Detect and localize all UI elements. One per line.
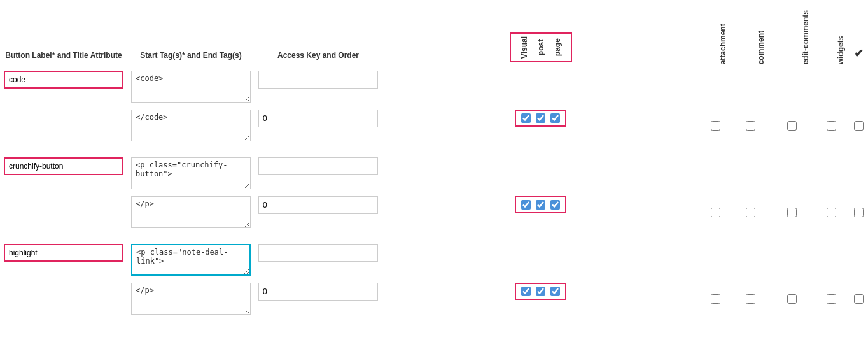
table-row: <p class="note-deal-link">: [0, 238, 868, 280]
edit_comments-empty-highlight: [769, 238, 814, 280]
table-row-2: </p>: [0, 280, 868, 319]
header-visual: Visual: [516, 34, 533, 61]
header-post: post: [533, 34, 549, 61]
checkbox-visual-code[interactable]: [521, 113, 531, 123]
label-input-code[interactable]: [4, 71, 123, 89]
checkbox-checkmark-code[interactable]: [854, 121, 864, 131]
end-tag-textarea-code[interactable]: </code>: [131, 110, 251, 141]
checkbox-comment-crunchify-button[interactable]: [746, 208, 755, 217]
widgets-empty-code: [814, 67, 849, 107]
checkbox-post-code[interactable]: [536, 113, 545, 123]
end-tag-cell-code: </code>: [127, 107, 255, 146]
end-tag-textarea-crunchify-button[interactable]: </p>: [131, 196, 251, 228]
header-widgets: widgets: [814, 6, 849, 67]
checkbox-comment-highlight[interactable]: [746, 294, 755, 304]
order-input-crunchify-button[interactable]: [258, 196, 378, 214]
comment-cell-code: [731, 107, 769, 146]
post-empty-highlight: [487, 238, 593, 280]
checkbox-attachment-highlight[interactable]: [711, 294, 720, 304]
checkbox-widgets-highlight[interactable]: [827, 294, 836, 304]
checkmark-cell-highlight: [849, 280, 868, 319]
edit_comments-cell-highlight: [769, 280, 814, 319]
visual-post-page-checkboxes-highlight: [382, 280, 699, 319]
checkbox-visual-crunchify-button[interactable]: [521, 200, 531, 210]
header-edit-comments: edit-comments: [769, 6, 814, 67]
widgets-cell-code: [814, 107, 849, 146]
widgets-cell-highlight: [814, 280, 849, 319]
order-input-code[interactable]: [258, 110, 378, 127]
end-tag-cell-crunchify-button: </p>: [127, 194, 255, 232]
label-cell-crunchify-button: [0, 151, 127, 232]
checkbox-attachment-code[interactable]: [711, 121, 720, 131]
end-tag-cell-highlight: </p>: [127, 280, 255, 319]
attachment-empty-crunchify-button: [699, 151, 731, 194]
checkbox-comment-code[interactable]: [746, 121, 755, 131]
start-tag-textarea-highlight[interactable]: <p class="note-deal-link">: [131, 244, 251, 276]
table-row: <code>: [0, 67, 868, 107]
access-key-cell-highlight: [255, 238, 382, 280]
start-tag-cell-highlight: <p class="note-deal-link">: [127, 238, 255, 280]
checkbox-widgets-code[interactable]: [827, 121, 836, 131]
start-tag-textarea-code[interactable]: <code>: [131, 71, 251, 103]
start-tag-cell-crunchify-button: <p class="crunchify-button">: [127, 151, 255, 194]
header-start-end-tags: Start Tag(s)* and End Tag(s): [127, 6, 255, 67]
header-group-visual-post-page: Visual post page: [382, 6, 699, 67]
edit_comments-cell-code: [769, 107, 814, 146]
checkbox-edit_comments-code[interactable]: [787, 121, 797, 131]
access-key-input-highlight[interactable]: [258, 244, 378, 262]
checkbox-edit_comments-highlight[interactable]: [787, 294, 797, 304]
label-input-crunchify-button[interactable]: [4, 157, 123, 175]
label-cell-highlight: [0, 238, 127, 319]
order-cell-crunchify-button: [255, 194, 382, 232]
checkmark-empty-code: [849, 67, 868, 107]
attachment-empty-highlight: [699, 238, 731, 280]
widgets-empty-highlight: [814, 238, 849, 280]
checkmark-cell-crunchify-button: [849, 194, 868, 232]
end-tag-textarea-highlight[interactable]: </p>: [131, 283, 251, 315]
checkmark-empty-crunchify-button: [849, 151, 868, 194]
attachment-cell-highlight: [699, 280, 731, 319]
checkbox-checkmark-crunchify-button[interactable]: [854, 208, 864, 217]
post-empty-code: [487, 67, 593, 107]
page-empty-highlight: [594, 238, 699, 280]
order-cell-highlight: [255, 280, 382, 319]
comment-empty-crunchify-button: [731, 151, 769, 194]
checkbox-post-highlight[interactable]: [536, 287, 545, 296]
comment-empty-highlight: [731, 238, 769, 280]
checkmark-empty-highlight: [849, 238, 868, 280]
access-key-cell-code: [255, 67, 382, 107]
order-input-highlight[interactable]: [258, 283, 378, 301]
visual-post-page-checkboxes-crunchify-button: [382, 194, 699, 232]
main-table-container: Button Label* and Title Attribute Start …: [0, 0, 868, 331]
label-cell-code: [0, 67, 127, 146]
header-button-label: Button Label* and Title Attribute: [0, 6, 127, 67]
attachment-empty-code: [699, 67, 731, 107]
checkbox-widgets-crunchify-button[interactable]: [827, 208, 836, 217]
checkbox-page-code[interactable]: [550, 113, 560, 123]
checkbox-page-crunchify-button[interactable]: [550, 200, 560, 210]
checkbox-edit_comments-crunchify-button[interactable]: [787, 208, 797, 217]
widgets-empty-crunchify-button: [814, 151, 849, 194]
checkbox-post-crunchify-button[interactable]: [536, 200, 545, 210]
checkmark-cell-code: [849, 107, 868, 146]
order-cell-code: [255, 107, 382, 146]
start-tag-cell-code: <code>: [127, 67, 255, 107]
comment-empty-code: [731, 67, 769, 107]
access-key-input-crunchify-button[interactable]: [258, 157, 378, 175]
start-tag-textarea-crunchify-button[interactable]: <p class="crunchify-button">: [131, 157, 251, 189]
access-key-cell-crunchify-button: [255, 151, 382, 194]
header-access-key-order: Access Key and Order: [255, 6, 382, 67]
checkbox-checkmark-highlight[interactable]: [854, 294, 864, 304]
access-key-input-code[interactable]: [258, 71, 378, 89]
header-page: page: [549, 34, 566, 61]
edit_comments-empty-code: [769, 67, 814, 107]
checkbox-visual-highlight[interactable]: [521, 287, 531, 296]
checkbox-page-highlight[interactable]: [550, 287, 560, 296]
table-row-2: </code>: [0, 107, 868, 146]
header-attachment: attachment: [699, 6, 731, 67]
visual-empty-crunchify-button: [382, 151, 487, 194]
page-empty-crunchify-button: [594, 151, 699, 194]
label-input-highlight[interactable]: [4, 244, 123, 262]
checkbox-attachment-crunchify-button[interactable]: [711, 208, 720, 217]
header-checkmark: ✔: [849, 6, 868, 67]
